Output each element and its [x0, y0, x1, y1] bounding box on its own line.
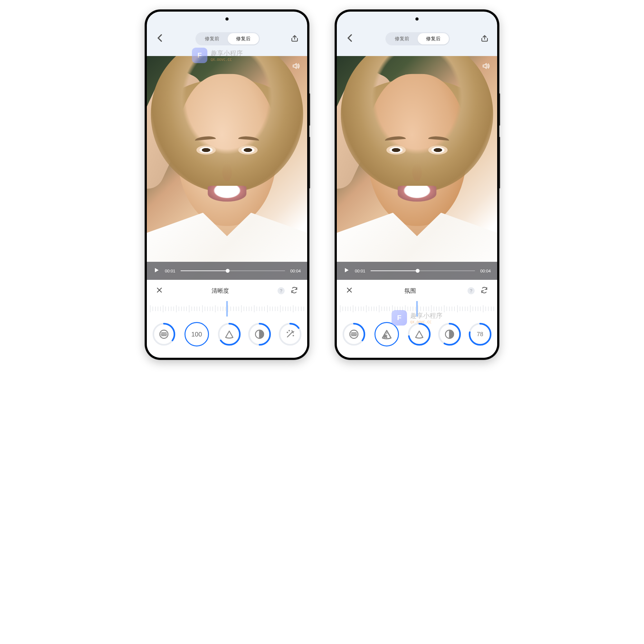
help-icon[interactable]: ?: [468, 287, 475, 294]
phone-frame: 修复前 修复后 00:01 00:04 清晰: [145, 10, 309, 360]
watermark: F 趣享小程序 QX.OOVC.CC: [392, 310, 442, 326]
before-after-toggle: 修复前 修复后: [385, 32, 450, 45]
controls-panel: 清晰度 ? 100: [147, 280, 307, 358]
time-total: 00:04: [290, 269, 301, 273]
svg-point-26: [384, 335, 385, 336]
triangle-icon: [414, 329, 425, 340]
watermark-title: 趣享小程序: [410, 311, 442, 320]
video-preview[interactable]: 00:01 00:04: [147, 56, 307, 280]
lines-icon: [158, 329, 169, 340]
progress-track[interactable]: [371, 270, 475, 271]
contrast-icon: [254, 329, 265, 340]
before-after-toggle: 修复前 修复后: [195, 32, 260, 45]
contrast-icon: [444, 329, 455, 340]
volume-icon[interactable]: [482, 62, 490, 70]
svg-point-27: [384, 336, 385, 337]
control-title: 氛围: [353, 287, 468, 295]
watermark-title: 趣享小程序: [211, 49, 243, 58]
camera-notch: [225, 17, 229, 21]
adjust-dial-3[interactable]: [248, 323, 271, 346]
watermark-badge: F: [392, 310, 407, 326]
share-icon[interactable]: [480, 33, 489, 44]
watermark: F 趣享小程序 QX.OOVC.CC: [192, 48, 243, 63]
tab-before[interactable]: 修复前: [196, 33, 228, 44]
reset-icon[interactable]: [290, 286, 298, 295]
svg-point-16: [289, 330, 289, 331]
slice-icon: [380, 328, 393, 341]
adjust-dial-3[interactable]: [438, 323, 461, 346]
reset-icon[interactable]: [480, 286, 488, 295]
lines-icon: [348, 329, 359, 340]
tab-after[interactable]: 修复后: [418, 33, 449, 44]
dial-row: 100: [147, 317, 307, 348]
dial-value: 78: [477, 331, 483, 338]
watermark-sub: QX.OOVC.CC: [410, 320, 442, 324]
phone-frame: 修复前 修复后 00:01 00:04 氛围: [335, 10, 499, 360]
dial-value: 100: [191, 331, 202, 338]
video-preview[interactable]: 00:01 00:04: [337, 56, 497, 280]
close-icon[interactable]: [346, 287, 353, 295]
play-icon[interactable]: [153, 267, 160, 275]
time-total: 00:04: [480, 269, 491, 273]
back-icon[interactable]: [345, 33, 355, 45]
control-title: 清晰度: [163, 287, 278, 295]
watermark-badge: F: [192, 48, 207, 63]
adjust-dial-2[interactable]: [408, 323, 431, 346]
portrait-placeholder: [147, 56, 307, 280]
close-icon[interactable]: [156, 287, 163, 295]
camera-notch: [415, 17, 419, 21]
volume-icon[interactable]: [292, 62, 300, 70]
progress-track[interactable]: [181, 270, 285, 271]
adjust-dial-0[interactable]: [152, 323, 175, 346]
adjust-dial-2[interactable]: [218, 323, 241, 346]
svg-point-28: [386, 336, 387, 337]
time-current: 00:01: [355, 269, 365, 273]
tab-after[interactable]: 修复后: [228, 33, 259, 44]
wand-icon: [285, 329, 296, 340]
back-icon[interactable]: [155, 33, 166, 45]
adjust-dial-0[interactable]: [342, 323, 365, 346]
tab-before[interactable]: 修复前: [386, 33, 418, 44]
help-icon[interactable]: ?: [278, 287, 285, 294]
svg-point-15: [287, 332, 288, 333]
adjust-dial-4[interactable]: [279, 323, 302, 346]
portrait-placeholder: [337, 56, 497, 280]
play-icon[interactable]: [343, 267, 350, 275]
triangle-icon: [224, 329, 235, 340]
adjust-dial-4[interactable]: 78: [469, 323, 492, 346]
svg-point-17: [293, 335, 294, 336]
share-icon[interactable]: [290, 33, 299, 44]
video-playbar: 00:01 00:04: [337, 262, 497, 280]
time-current: 00:01: [165, 269, 175, 273]
adjust-dial-1[interactable]: 100: [183, 320, 211, 348]
video-playbar: 00:01 00:04: [147, 262, 307, 280]
value-ruler[interactable]: [147, 301, 307, 317]
watermark-sub: QX.OOVC.CC: [211, 58, 243, 62]
